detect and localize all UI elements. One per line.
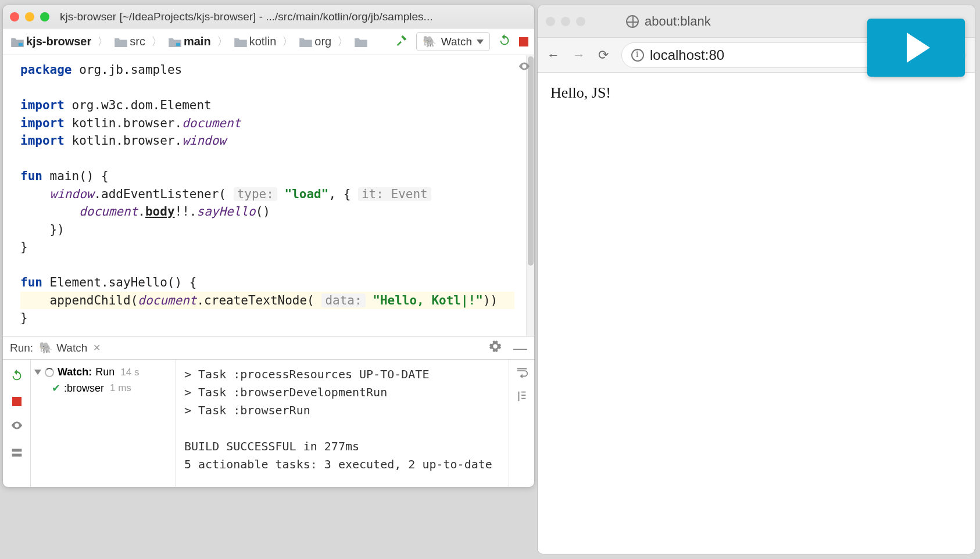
tree-root[interactable]: Watch: Run 14 s (34, 364, 172, 380)
breadcrumb-label: org (314, 35, 331, 48)
vertical-scrollbar[interactable] (526, 55, 534, 336)
minimize-window-icon[interactable] (25, 12, 34, 21)
breadcrumb-org[interactable]: org (297, 34, 334, 49)
run-output[interactable]: > Task :processResources UP-TO-DATE > Ta… (176, 360, 509, 487)
page-text: Hello, JS! (550, 84, 611, 101)
chevron-right-icon: 〉 (216, 34, 230, 49)
settings-icon[interactable] (489, 340, 502, 356)
tree-child[interactable]: ✔ :browser 1 ms (34, 380, 172, 396)
breadcrumb-main[interactable]: main (166, 34, 213, 49)
ide-toolbar: kjs-browser 〉 src 〉 main 〉 kotlin 〉 org … (3, 28, 534, 55)
play-icon (907, 33, 930, 63)
watch-output-icon[interactable] (10, 419, 23, 434)
browser-window: about:blank ← → ⟳ localhost:80 Hello, JS… (537, 5, 975, 554)
globe-icon (626, 15, 639, 28)
breadcrumb-label: kjs-browser (26, 35, 91, 48)
expand-icon[interactable] (34, 370, 41, 375)
close-window-icon[interactable] (10, 12, 19, 21)
svg-rect-3 (12, 454, 22, 457)
video-play-button[interactable] (867, 19, 965, 77)
run-tree[interactable]: Watch: Run 14 s ✔ :browser 1 ms (31, 360, 176, 487)
chevron-right-icon: 〉 (150, 34, 164, 49)
ide-window: kjs-browser [~/IdeaProjects/kjs-browser]… (2, 5, 535, 488)
run-side-toolbar (509, 360, 534, 487)
editor[interactable]: package org.jb.samples import org.w3c.do… (3, 55, 534, 336)
zoom-window-icon[interactable] (576, 17, 585, 26)
breadcrumb-label: src (130, 35, 145, 48)
run-config-select[interactable]: 🐘 Watch (416, 32, 490, 51)
zoom-window-icon[interactable] (40, 12, 49, 21)
site-info-icon[interactable] (631, 49, 644, 62)
rerun-icon[interactable] (10, 369, 23, 384)
svg-rect-1 (176, 42, 180, 45)
build-icon[interactable] (395, 34, 408, 49)
ide-title: kjs-browser [~/IdeaProjects/kjs-browser]… (60, 10, 432, 23)
run-tab-label: Watch (56, 342, 87, 354)
browser-tab[interactable]: about:blank (626, 14, 711, 29)
breadcrumb-more[interactable] (352, 35, 370, 48)
soft-wrap-icon[interactable] (516, 365, 528, 381)
check-icon: ✔ (52, 382, 60, 395)
tab-title: about:blank (645, 14, 711, 29)
run-gutter (3, 360, 31, 487)
rerun-icon[interactable] (498, 34, 511, 49)
address-text: localhost:80 (650, 47, 724, 63)
window-traffic-lights[interactable] (10, 12, 49, 21)
back-icon[interactable]: ← (547, 48, 560, 63)
chevron-right-icon: 〉 (336, 34, 350, 49)
code-editor[interactable]: package org.jb.samples import org.w3c.do… (3, 55, 526, 336)
breadcrumb-label: main (184, 35, 211, 48)
breadcrumb-project[interactable]: kjs-browser (9, 34, 94, 49)
reload-icon[interactable]: ⟳ (598, 48, 609, 63)
close-tab-icon[interactable]: ✕ (91, 342, 101, 353)
svg-rect-2 (12, 449, 22, 451)
forward-icon[interactable]: → (573, 48, 585, 63)
browser-page: Hello, JS! (538, 73, 975, 554)
spinner-icon (45, 368, 54, 377)
chevron-right-icon: 〉 (281, 34, 295, 49)
run-panel-label: Run: (10, 342, 33, 354)
breadcrumb-src[interactable]: src (112, 34, 148, 49)
browser-traffic-lights[interactable] (546, 17, 585, 26)
breadcrumb-kotlin[interactable]: kotlin (232, 34, 279, 49)
svg-rect-0 (19, 42, 23, 45)
run-toolwindow: Run: 🐘 Watch ✕ — Watch: (3, 336, 534, 487)
minimize-panel-icon[interactable]: — (507, 340, 527, 356)
scroll-to-end-icon[interactable] (516, 390, 528, 405)
ide-titlebar: kjs-browser [~/IdeaProjects/kjs-browser]… (3, 5, 534, 28)
gradle-icon: 🐘 (423, 35, 437, 48)
stop-icon[interactable] (12, 397, 22, 406)
stop-icon[interactable] (519, 37, 528, 46)
layout-icon[interactable] (11, 447, 23, 461)
chevron-down-icon (477, 40, 484, 44)
run-config-label: Watch (441, 35, 472, 48)
close-window-icon[interactable] (546, 17, 555, 26)
minimize-window-icon[interactable] (561, 17, 570, 26)
scroll-thumb[interactable] (528, 56, 534, 266)
chevron-right-icon: 〉 (96, 34, 110, 49)
run-tab[interactable]: 🐘 Watch ✕ (39, 341, 101, 354)
gradle-icon: 🐘 (39, 341, 53, 354)
breadcrumb-label: kotlin (249, 35, 277, 48)
